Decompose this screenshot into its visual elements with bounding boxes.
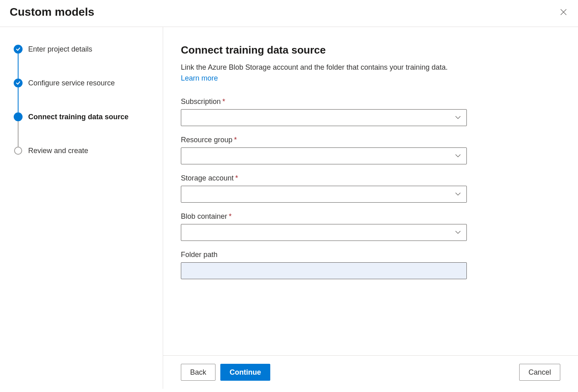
label-folder-path: Folder path [181, 251, 467, 259]
step-marker-completed [14, 45, 23, 54]
check-icon [16, 81, 21, 85]
step-connector [18, 87, 19, 113]
page-title: Connect training data source [181, 44, 560, 56]
learn-more-link[interactable]: Learn more [181, 74, 218, 82]
body: Enter project details Configure service … [0, 27, 578, 389]
required-asterisk: * [235, 174, 238, 182]
required-asterisk: * [229, 212, 232, 220]
step-review-and-create[interactable]: Review and create [14, 146, 163, 155]
chevron-down-icon [455, 193, 461, 196]
back-button[interactable]: Back [181, 364, 215, 381]
label-subscription: Subscription* [181, 97, 467, 106]
page-description: Link the Azure Blob Storage account and … [181, 62, 463, 84]
continue-button[interactable]: Continue [220, 364, 270, 381]
step-connector [18, 53, 19, 79]
wizard-sidebar: Enter project details Configure service … [0, 27, 163, 389]
chevron-down-icon [455, 154, 461, 158]
step-connect-training-data-source[interactable]: Connect training data source [14, 112, 163, 146]
label-resource-group: Resource group* [181, 136, 467, 144]
step-label: Enter project details [28, 45, 92, 54]
close-button[interactable] [559, 7, 568, 17]
close-icon [560, 9, 567, 15]
step-label: Configure service resource [28, 79, 115, 87]
dropdown-resource-group[interactable] [181, 147, 467, 164]
dropdown-subscription[interactable] [181, 109, 467, 126]
main-panel: Connect training data source Link the Az… [163, 27, 578, 389]
field-resource-group: Resource group* [181, 136, 467, 164]
step-marker-pending [14, 147, 22, 155]
chevron-down-icon [455, 116, 461, 120]
page-header-title: Custom models [10, 6, 94, 19]
label-storage-account: Storage account* [181, 174, 467, 183]
step-marker-current [14, 112, 23, 121]
dropdown-storage-account[interactable] [181, 186, 467, 203]
main-content: Connect training data source Link the Az… [163, 27, 578, 355]
required-asterisk: * [222, 97, 225, 106]
header: Custom models [0, 0, 578, 27]
chevron-down-icon [455, 231, 461, 234]
step-enter-project-details[interactable]: Enter project details [14, 45, 163, 79]
field-subscription: Subscription* [181, 97, 467, 126]
dropdown-blob-container[interactable] [181, 224, 467, 241]
step-configure-service-resource[interactable]: Configure service resource [14, 79, 163, 112]
field-blob-container: Blob container* [181, 212, 467, 241]
step-label: Review and create [28, 147, 88, 155]
label-blob-container: Blob container* [181, 212, 467, 221]
step-marker-completed [14, 79, 23, 87]
step-connector [18, 121, 19, 147]
page-description-text: Link the Azure Blob Storage account and … [181, 63, 447, 71]
step-label: Connect training data source [28, 113, 128, 121]
footer-left: Back Continue [181, 364, 270, 381]
check-icon [16, 47, 21, 52]
field-folder-path: Folder path [181, 251, 467, 279]
cancel-button[interactable]: Cancel [519, 364, 560, 381]
wizard-footer: Back Continue Cancel [163, 355, 578, 389]
wizard-steps: Enter project details Configure service … [14, 45, 163, 155]
input-folder-path[interactable] [181, 262, 467, 279]
required-asterisk: * [234, 136, 237, 144]
field-storage-account: Storage account* [181, 174, 467, 203]
